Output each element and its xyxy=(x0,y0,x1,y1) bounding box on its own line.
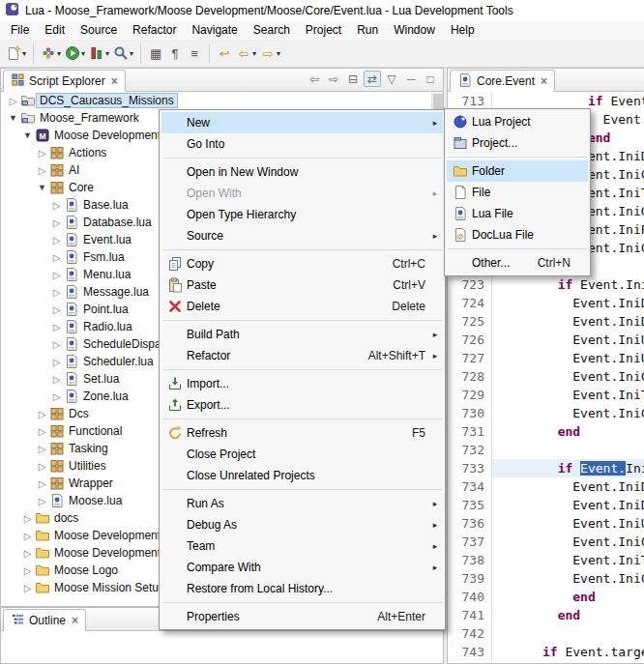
collapsed-arrow-icon[interactable]: ▷ xyxy=(7,96,19,106)
tab-core-event[interactable]: Core.Event × xyxy=(450,70,555,92)
tree-item-dcs-caucasus-missions[interactable]: ▷DCS_Caucasus_Missions xyxy=(1,92,431,109)
code-line-736[interactable]: 736 Event.IniUnitName = Event.IniDCSUnit… xyxy=(448,514,644,533)
context-menu-item-refactor[interactable]: RefactorAlt+Shift+T▸ xyxy=(161,345,443,366)
mark-occurrences-button[interactable]: ▦ xyxy=(146,43,165,64)
collapse-all-icon[interactable]: ⊟ xyxy=(344,71,362,87)
menu-help[interactable]: Help xyxy=(443,21,483,39)
collapsed-arrow-icon[interactable]: ▷ xyxy=(21,583,34,593)
view-menu-icon[interactable]: ▽ xyxy=(383,71,400,87)
code-line-731[interactable]: 731 end xyxy=(448,422,644,441)
collapsed-arrow-icon[interactable]: ▷ xyxy=(36,496,48,506)
close-icon[interactable]: × xyxy=(111,74,118,88)
code-line-735[interactable]: 735 Event.IniDCSUnitName = Event.IniDCSU… xyxy=(448,496,644,514)
menu-edit[interactable]: Edit xyxy=(37,21,73,39)
expanded-arrow-icon[interactable]: ▼ xyxy=(21,130,34,140)
code-line-741[interactable]: 741 end xyxy=(448,606,644,624)
code-line-742[interactable]: 742 xyxy=(448,624,644,643)
code-line-732[interactable]: 732 xyxy=(448,441,644,459)
collapsed-arrow-icon[interactable]: ▷ xyxy=(50,200,63,211)
back-button[interactable]: ⇦▾ xyxy=(234,43,258,64)
collapsed-arrow-icon[interactable]: ▷ xyxy=(50,235,63,245)
collapsed-arrow-icon[interactable]: ▷ xyxy=(50,322,63,332)
context-menu-item-compare-with[interactable]: Compare With▸ xyxy=(161,557,443,578)
last-edit-location-button[interactable]: ↩ xyxy=(215,43,234,64)
dropdown-caret-icon[interactable]: ▾ xyxy=(57,49,61,58)
collapsed-arrow-icon[interactable]: ▷ xyxy=(36,409,48,419)
context-menu-item-copy[interactable]: CopyCtrl+C xyxy=(161,253,443,274)
collapsed-arrow-icon[interactable]: ▷ xyxy=(21,513,34,524)
collapsed-arrow-icon[interactable]: ▷ xyxy=(21,531,34,541)
submenu-item-project[interactable]: Project... xyxy=(447,132,588,154)
collapsed-arrow-icon[interactable]: ▷ xyxy=(50,287,63,298)
search-button[interactable]: ▾ xyxy=(111,43,135,64)
code-line-729[interactable]: 729 Event.IniTypeName = Event.IniDCSUnit… xyxy=(448,386,644,404)
code-line-725[interactable]: 725 Event.IniDCSUnitName = Event.IniDCSU… xyxy=(448,312,644,331)
dropdown-caret-icon[interactable]: ▾ xyxy=(105,49,109,58)
new-wizard-button[interactable]: ▾ xyxy=(4,43,28,64)
collapsed-arrow-icon[interactable]: ▷ xyxy=(50,270,63,280)
close-icon[interactable]: × xyxy=(541,74,547,88)
context-menu-item-debug-as[interactable]: Debug As▸ xyxy=(161,514,443,535)
submenu-item-folder[interactable]: Folder xyxy=(447,160,588,182)
collapsed-arrow-icon[interactable]: ▷ xyxy=(36,165,48,176)
code-line-737[interactable]: 737 Event.IniCategory = Event.IniDCSUnit… xyxy=(448,533,644,551)
code-line-738[interactable]: 738 Event.IniTypeName = Event.IniDCSUnit… xyxy=(448,551,644,569)
menu-navigate[interactable]: Navigate xyxy=(184,21,245,39)
tab-script-explorer[interactable]: Script Explorer × xyxy=(3,70,126,92)
menu-refactor[interactable]: Refactor xyxy=(125,21,184,39)
code-line-730[interactable]: 730 Event.IniCoalition = Event.IniDCSUni… xyxy=(448,404,644,422)
context-menu-item-close-project[interactable]: Close Project xyxy=(161,444,443,465)
collapsed-arrow-icon[interactable]: ▷ xyxy=(50,217,63,228)
minimize-icon[interactable]: ─ xyxy=(402,71,420,87)
collapsed-arrow-icon[interactable]: ▷ xyxy=(36,478,48,489)
dropdown-caret-icon[interactable]: ▾ xyxy=(252,49,256,58)
dropdown-caret-icon[interactable]: ▾ xyxy=(22,49,26,58)
link-with-editor-icon[interactable]: ⇄ xyxy=(364,71,381,87)
context-menu-item-go-into[interactable]: Go Into xyxy=(161,133,443,155)
show-whitespace-button[interactable]: ¶ xyxy=(165,43,185,64)
run-button[interactable]: ▾ xyxy=(63,43,87,64)
dropdown-caret-icon[interactable]: ▾ xyxy=(277,49,280,58)
context-menu-item-source[interactable]: Source▸ xyxy=(161,225,443,246)
outline-toggle-button[interactable]: ≡ xyxy=(185,43,204,64)
forward-button[interactable]: ⇨▾ xyxy=(258,43,282,64)
collapsed-arrow-icon[interactable]: ▷ xyxy=(21,548,34,559)
context-menu-item-restore-from-local-history[interactable]: Restore from Local History... xyxy=(161,578,443,599)
code-line-733[interactable]: 733 if Event.IniObjectCategory == Object… xyxy=(448,459,644,477)
code-line-728[interactable]: 728 Event.IniCategory = Event.IniDCSUnit… xyxy=(448,367,644,386)
code-line-743[interactable]: 743 if Event.target then xyxy=(448,643,644,661)
dropdown-caret-icon[interactable]: ▾ xyxy=(81,49,85,58)
menu-search[interactable]: Search xyxy=(246,21,298,39)
submenu-item-lua-project[interactable]: Lua Project xyxy=(447,111,588,132)
context-menu-item-team[interactable]: Team▸ xyxy=(161,535,443,557)
maximize-icon[interactable]: □ xyxy=(422,71,439,87)
submenu-item-doclua-file[interactable]: @DocLua File xyxy=(447,224,588,245)
collapsed-arrow-icon[interactable]: ▷ xyxy=(50,339,63,350)
submenu-item-other[interactable]: Other...Ctrl+N xyxy=(447,252,588,274)
menu-source[interactable]: Source xyxy=(73,21,125,39)
code-line-739[interactable]: 739 Event.IniCoalition = Event.IniDCSUni… xyxy=(448,569,644,588)
code-line-723[interactable]: 723 if Event.IniObjectCategory == Object… xyxy=(448,275,644,294)
code-line-726[interactable]: 726 Event.IniUnitName = Event.IniDCSUnit… xyxy=(448,331,644,349)
context-menu-item-delete[interactable]: DeleteDelete xyxy=(161,296,443,317)
expanded-arrow-icon[interactable]: ▼ xyxy=(36,183,48,192)
context-menu-item-close-unrelated-projects[interactable]: Close Unrelated Projects xyxy=(161,465,443,486)
menu-project[interactable]: Project xyxy=(298,21,349,39)
context-menu-item-run-as[interactable]: Run As▸ xyxy=(161,493,443,514)
collapsed-arrow-icon[interactable]: ▷ xyxy=(50,252,63,263)
submenu-item-lua-file[interactable]: Lua File xyxy=(447,203,588,224)
code-line-734[interactable]: 734 Event.IniDCSUnit = Event.initiator xyxy=(448,477,644,496)
collapsed-arrow-icon[interactable]: ▷ xyxy=(50,357,63,367)
expanded-arrow-icon[interactable]: ▼ xyxy=(7,113,19,123)
collapsed-arrow-icon[interactable]: ▷ xyxy=(36,148,48,159)
dropdown-caret-icon[interactable]: ▾ xyxy=(130,49,133,58)
context-menu-item-import[interactable]: Import... xyxy=(161,373,443,394)
code-line-740[interactable]: 740 end xyxy=(448,588,644,606)
collapsed-arrow-icon[interactable]: ▷ xyxy=(36,444,48,454)
external-tools-button[interactable]: ▾ xyxy=(39,43,63,64)
context-menu-item-open-type-hierarchy[interactable]: Open Type Hierarchy xyxy=(161,204,443,225)
menu-run[interactable]: Run xyxy=(349,21,386,39)
code-line-724[interactable]: 724 Event.IniDCSUnit = Event.initiator xyxy=(448,294,644,312)
collapsed-arrow-icon[interactable]: ▷ xyxy=(36,426,48,437)
back-icon[interactable]: ⇦ xyxy=(306,71,323,87)
